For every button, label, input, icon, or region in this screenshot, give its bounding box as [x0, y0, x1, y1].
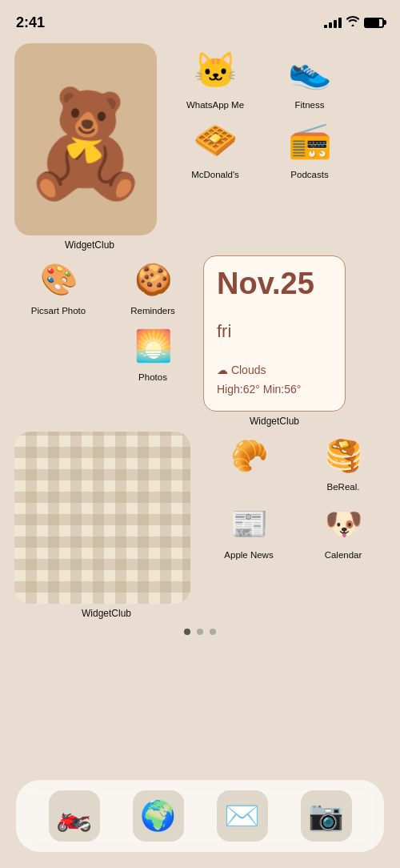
photos-icon[interactable]: 🌅 Photos — [109, 322, 197, 382]
calendar-widget-wrap[interactable]: Nov.25 fri ☁ Clouds High:62° Min:56° Wid… — [203, 255, 346, 427]
row3-right-icons: 🥐 🥞 BeReal. 📰 Apple News — [205, 432, 387, 560]
podcasts-img: 📻 — [282, 113, 337, 167]
fitness-img: 👟 — [282, 43, 337, 98]
status-time: 2:41 — [16, 14, 45, 31]
reminders-img: 🍪 — [129, 255, 177, 303]
bereal-icon[interactable]: 🥞 BeReal. — [299, 432, 387, 492]
podcasts-label: Podcasts — [290, 170, 328, 179]
waffle-emoji: 🧇 — [194, 119, 238, 161]
wifi-icon — [346, 16, 359, 29]
mcdonalds-img: 🧇 — [188, 113, 242, 167]
calendar-day: fri — [217, 321, 332, 342]
photos-img: 🌅 — [129, 322, 177, 370]
row2-left-icons: 🎨 Picsart Photo 🍪 Reminders 🌅 — [14, 255, 197, 382]
calendar2-icon[interactable]: 🐶 Calendar — [299, 500, 387, 560]
row3: WidgetClub 🥐 🥞 BeReal. — [14, 432, 386, 619]
bear-widget-img: 🧸 — [14, 43, 157, 235]
mcdonalds-label: McDonald's — [191, 170, 239, 179]
pancake-emoji: 🥞 — [325, 438, 362, 473]
whatsapp-icon[interactable]: 🐱 WhatsApp Me — [171, 43, 259, 110]
reminders-row: 🎨 Picsart Photo 🍪 Reminders — [14, 255, 197, 315]
mcdonalds-icon[interactable]: 🧇 McDonald's — [171, 113, 259, 179]
row2: 🎨 Picsart Photo 🍪 Reminders 🌅 — [14, 255, 386, 427]
widget-club-bear-label: WidgetClub — [65, 239, 114, 251]
bereal-img: 🥞 — [319, 432, 367, 480]
dot-2 — [197, 629, 203, 635]
dock: 🏍️ 🌍 ✉️ 📷 — [16, 780, 384, 852]
dock-icon-3[interactable]: ✉️ — [217, 790, 268, 842]
page-dots — [14, 629, 386, 635]
row1-right-icons: 🐱 WhatsApp Me 👟 Fitness 🧇 — [171, 43, 354, 179]
dot-3 — [210, 629, 216, 635]
battery-icon — [364, 18, 384, 28]
envelope-emoji: ✉️ — [224, 799, 260, 833]
status-icons — [324, 16, 384, 29]
whatsapp-label: WhatsApp Me — [186, 100, 244, 110]
dot-1 — [184, 629, 190, 635]
cat-emoji: 🐱 — [194, 50, 238, 91]
picsart-label: Picsart Photo — [31, 306, 86, 315]
dock-icon-4[interactable]: 📷 — [301, 790, 352, 842]
camera-emoji: 📷 — [308, 799, 344, 833]
row1-bottom-pair: 🧇 McDonald's 📻 Podcasts — [171, 113, 354, 179]
plaid-widget-label: WidgetClub — [82, 608, 131, 619]
whatsapp-img: 🐱 — [188, 43, 242, 98]
bereal-row: 🥐 🥞 BeReal. — [205, 432, 387, 492]
sneaker-emoji: 👟 — [288, 50, 332, 91]
fitness-label: Fitness — [294, 100, 324, 110]
row1: 🧸 WidgetClub 🐱 WhatsApp Me 👟 — [14, 43, 386, 251]
dock-icon-1[interactable]: 🏍️ — [49, 790, 100, 842]
newspaper-emoji: 📰 — [230, 506, 268, 541]
motorcycle-emoji: 🏍️ — [56, 799, 92, 833]
calendar-date: Nov.25 — [217, 267, 332, 301]
bear-emoji: 🧸 — [21, 91, 150, 195]
signal-icon — [324, 18, 342, 28]
dock-icon-2[interactable]: 🌍 — [133, 790, 184, 842]
croissant-emoji: 🥐 — [230, 438, 268, 473]
dog-emoji: 🐶 — [325, 506, 362, 541]
applenews-label: Apple News — [224, 550, 273, 560]
reminders-label: Reminders — [130, 306, 175, 315]
reminders-icon[interactable]: 🍪 Reminders — [109, 255, 197, 315]
picsart-img: 🎨 — [34, 255, 82, 303]
calendar-widget-label: WidgetClub — [250, 416, 299, 427]
calendar-widget: Nov.25 fri ☁ Clouds High:62° Min:56° — [203, 255, 346, 412]
applenews-icon[interactable]: 📰 Apple News — [205, 500, 293, 560]
widget-club-bear[interactable]: 🧸 WidgetClub — [14, 43, 165, 251]
fitness-icon[interactable]: 👟 Fitness — [266, 43, 354, 110]
croissant-icon[interactable]: 🥐 — [205, 432, 293, 482]
plaid-widget-wrap[interactable]: WidgetClub — [14, 432, 198, 619]
picsart-icon[interactable]: 🎨 Picsart Photo — [14, 255, 102, 315]
plaid-widget — [14, 432, 190, 604]
status-bar: 2:41 — [0, 0, 400, 35]
croissant-img: 🥐 — [225, 432, 273, 480]
applenews-img: 📰 — [225, 500, 273, 548]
photos-row: 🌅 Photos — [14, 322, 197, 382]
podcasts-icon[interactable]: 📻 Podcasts — [266, 113, 354, 179]
news-cal-row: 📰 Apple News 🐶 Calendar — [205, 500, 387, 560]
row1-top-pair: 🐱 WhatsApp Me 👟 Fitness — [171, 43, 354, 110]
cookie-emoji: 🍪 — [134, 262, 172, 297]
photos-label: Photos — [138, 372, 167, 382]
palette-emoji: 🎨 — [40, 262, 78, 297]
globe-emoji: 🌍 — [140, 799, 176, 833]
calendar2-img: 🐶 — [319, 500, 367, 548]
radio-emoji: 📻 — [288, 119, 332, 161]
landscape-emoji: 🌅 — [134, 328, 172, 364]
home-screen: 🧸 WidgetClub 🐱 WhatsApp Me 👟 — [0, 35, 400, 635]
calendar-weather: ☁ Clouds High:62° Min:56° — [217, 361, 332, 400]
calendar2-label: Calendar — [325, 550, 362, 560]
bereal-label: BeReal. — [327, 482, 360, 492]
